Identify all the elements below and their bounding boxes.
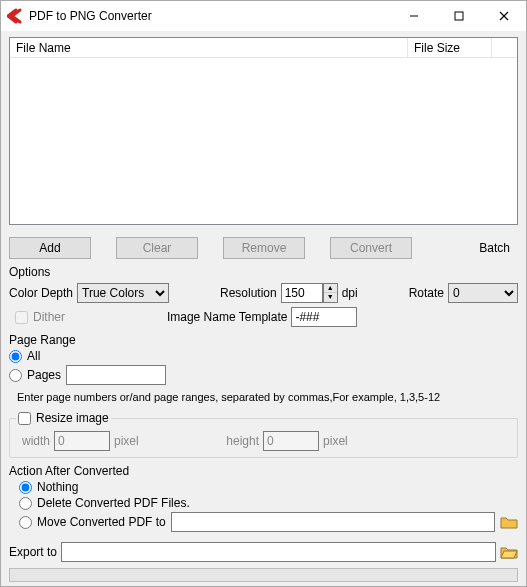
export-row: Export to [9, 542, 518, 562]
move-radio-input[interactable] [19, 516, 32, 529]
window-title: PDF to PNG Converter [29, 9, 391, 23]
resize-group: Resize image width pixel height pixel [9, 411, 518, 458]
file-list[interactable]: File Name File Size [9, 37, 518, 225]
rotate-select[interactable]: 0 [448, 283, 518, 303]
height-unit: pixel [323, 434, 348, 448]
resolution-spin-buttons[interactable]: ▲▼ [323, 283, 338, 303]
export-label: Export to [9, 545, 57, 559]
all-radio-input[interactable] [9, 350, 22, 363]
remove-button[interactable]: Remove [223, 237, 305, 259]
dither-input[interactable] [15, 311, 28, 324]
dither-label: Dither [33, 310, 65, 324]
svg-rect-0 [455, 12, 463, 20]
content: File Name File Size Add Clear Remove Con… [1, 31, 526, 586]
action-group: Action After Converted Nothing Delete Co… [9, 464, 518, 532]
browse-export-folder-icon[interactable] [500, 544, 518, 560]
height-label: height [226, 434, 259, 448]
batch-link[interactable]: Batch [479, 241, 518, 255]
titlebar: PDF to PNG Converter [1, 1, 526, 31]
resolution-label: Resolution [220, 286, 277, 300]
pagerange-group: Page Range All Pages Enter page numbers … [9, 333, 518, 403]
minimize-button[interactable] [391, 1, 436, 31]
pages-radio[interactable]: Pages [9, 368, 61, 382]
col-filesize[interactable]: File Size [408, 38, 492, 57]
move-path-input[interactable] [171, 512, 495, 532]
clear-button[interactable]: Clear [116, 237, 198, 259]
height-input[interactable] [263, 431, 319, 451]
progress-bar [9, 568, 518, 582]
resolution-input[interactable] [281, 283, 323, 303]
options-group: Options Color Depth True Colors Resoluti… [9, 265, 518, 327]
button-row: Add Clear Remove Convert Batch [9, 237, 518, 259]
nothing-radio[interactable]: Nothing [19, 480, 518, 494]
template-label: Image Name Template [167, 310, 288, 324]
width-unit: pixel [114, 434, 139, 448]
dither-checkbox[interactable]: Dither [15, 310, 65, 324]
pages-input[interactable] [66, 365, 166, 385]
options-legend: Options [9, 265, 518, 279]
width-label: width [22, 434, 50, 448]
all-radio[interactable]: All [9, 349, 518, 363]
browse-move-folder-icon[interactable] [500, 514, 518, 530]
col-spacer [492, 38, 517, 57]
color-depth-select[interactable]: True Colors [77, 283, 169, 303]
app-window: PDF to PNG Converter File Name File Size… [0, 0, 527, 587]
maximize-button[interactable] [436, 1, 481, 31]
pagerange-legend: Page Range [9, 333, 518, 347]
nothing-radio-input[interactable] [19, 481, 32, 494]
action-legend: Action After Converted [9, 464, 518, 478]
pages-radio-input[interactable] [9, 369, 22, 382]
export-input[interactable] [61, 542, 496, 562]
delete-radio[interactable]: Delete Converted PDF Files. [19, 496, 518, 510]
col-filename[interactable]: File Name [10, 38, 408, 57]
pagerange-hint: Enter page numbers or/and page ranges, s… [17, 391, 518, 403]
resolution-spinner[interactable]: ▲▼ [281, 283, 338, 303]
resolution-unit: dpi [342, 286, 358, 300]
app-logo-icon [7, 8, 23, 24]
resize-checkbox[interactable]: Resize image [18, 411, 109, 425]
convert-button[interactable]: Convert [330, 237, 412, 259]
delete-radio-input[interactable] [19, 497, 32, 510]
move-radio[interactable]: Move Converted PDF to [19, 515, 166, 529]
color-depth-label: Color Depth [9, 286, 73, 300]
resize-checkbox-input[interactable] [18, 412, 31, 425]
template-input[interactable] [291, 307, 357, 327]
width-input[interactable] [54, 431, 110, 451]
rotate-label: Rotate [409, 286, 444, 300]
add-button[interactable]: Add [9, 237, 91, 259]
close-button[interactable] [481, 1, 526, 31]
list-header: File Name File Size [10, 38, 517, 58]
